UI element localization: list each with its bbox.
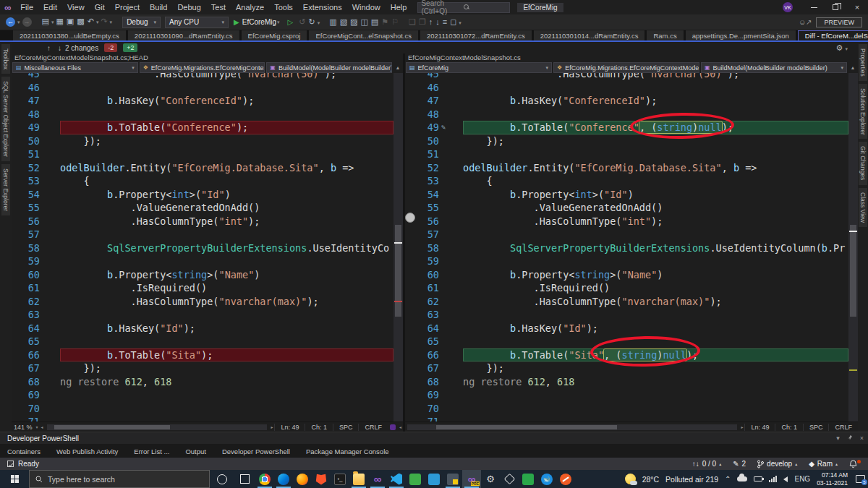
vs-installer-icon[interactable] [425,470,443,488]
vs-preview-icon[interactable]: ∞ [462,470,481,488]
left-project-dropdown[interactable]: ▤Miscellaneous Files▾ [12,62,138,73]
platform-dropdown[interactable]: Any CPU▾ [165,17,229,28]
scroll-left-icon[interactable]: ◂ [40,424,45,429]
scrollbar-thumb[interactable] [395,225,401,317]
find-symbol-icon[interactable]: ▤ [371,17,378,26]
side-tab-properties[interactable]: Properties [859,44,867,81]
left-type-dropdown[interactable]: ❖EfCoreMig.Migrations.EfCoreMigContextMo… [140,62,265,73]
scroll-right-icon[interactable]: ▸ [269,424,274,429]
move-down-icon[interactable]: ↓ [435,17,440,26]
save-icon[interactable]: ▣ [67,17,74,25]
tab-2021110301072---dramentity-cs[interactable]: 2021110301072...dRamEntity.cs [420,30,532,40]
pending-edits-button[interactable]: ✎2 [733,460,746,468]
left-horizontal-scrollbar[interactable] [47,424,268,430]
menu-analyze[interactable]: Analyze [231,3,269,12]
right-editor[interactable]: 45 .HasColumnType("nvarchar(50)");4647 b… [405,73,858,421]
scrollbar-thumb[interactable] [850,225,856,317]
menu-window[interactable]: Window [347,3,386,12]
teams-icon[interactable] [519,470,537,488]
scrollbar-thumb[interactable] [54,425,170,429]
panel-tab-package-manager-console[interactable]: Package Manager Console [306,448,389,455]
side-tab-class-view[interactable]: Class View [859,188,867,227]
configuration-dropdown[interactable]: Debug▾ [122,17,161,28]
menu-test[interactable]: Test [206,3,231,12]
restart-icon[interactable]: ↻ [309,17,315,26]
tab-appsettings-de---pmentsita-json[interactable]: appsettings.De...pmentSita.json [686,30,796,40]
panel-pin-icon[interactable] [847,435,853,442]
run-button[interactable]: ▶ EfCoreMig ▾ [234,18,280,26]
menu-tools[interactable]: Tools [269,3,298,12]
right-vertical-scrollbar[interactable] [848,73,858,421]
right-project-dropdown[interactable]: ▤EfCoreMig▾ [406,62,552,73]
visual-studio-icon[interactable]: ∞ [368,470,387,488]
menu-project[interactable]: Project [110,3,145,12]
tab-efcoremig-csproj[interactable]: EfCoreMig.csproj [242,30,307,40]
minimize-button[interactable] [803,0,825,14]
tab-2021110301014---dramentity-cs[interactable]: 2021110301014...dRamEntity.cs [534,30,645,40]
panel-tab-web-publish-activity[interactable]: Web Publish Activity [56,448,118,455]
network-signal-icon[interactable] [769,476,777,482]
repository-button[interactable]: ◆Ram▴ [809,460,838,468]
preview-button[interactable]: PREVIEW [816,17,862,27]
breakpoint-icon[interactable]: ◫ [360,17,367,26]
redo-caret-icon[interactable]: ▾ [110,20,113,25]
editor-layout-icon[interactable]: ▧ [340,17,347,26]
previous-change-icon[interactable]: ↑ [47,44,51,52]
more-options-caret-icon[interactable]: ▾ [459,20,461,25]
tab-ram-cs[interactable]: Ram.cs [647,30,683,40]
scroll-right-icon[interactable]: ▸ [739,424,744,429]
file-explorer-icon[interactable] [349,470,368,488]
zoom-level[interactable]: 141 % [12,424,35,431]
splitter-handle[interactable] [405,213,415,223]
bookmark-icon[interactable]: ⚑ [381,17,388,26]
tab-2021110301090---dramentity-cs[interactable]: 2021110301090...dRamEntity.cs [128,30,239,40]
tab-efcoremigcont---elsnapshot-cs[interactable]: EfCoreMigCont...elSnapshot.cs [309,30,418,40]
uncomment-icon[interactable]: ❐ [419,17,426,26]
terminal-icon[interactable]: ›_ [331,470,349,488]
language-indicator[interactable]: ENG [794,475,810,483]
step-into-icon[interactable]: ▨ [350,17,357,26]
undo-caret-icon[interactable]: ▾ [96,20,99,25]
side-tab-sql-server-object-explorer[interactable]: SQL Server Object Explorer [1,77,10,161]
battery-icon[interactable] [754,476,762,481]
restore-button[interactable] [825,0,846,14]
menu-view[interactable]: View [62,3,90,12]
branch-button[interactable]: develop▴ [757,460,797,468]
right-horizontal-scrollbar[interactable] [407,424,737,430]
weather-icon[interactable] [625,474,636,484]
weather-label[interactable]: Polluted air 219 [665,475,718,484]
search-input[interactable]: Search (Ctrl+Q) [417,2,510,13]
services-gears-icon[interactable]: ⚙ [481,470,500,488]
postman-icon[interactable] [556,470,575,488]
run-without-debug-icon[interactable]: ▷ [288,18,294,26]
tab-diff-active[interactable]: Diff - EfCoreM...delSnapshot.cs × [798,30,868,40]
edge-icon[interactable] [274,470,293,488]
nav-back-caret-icon[interactable]: ▾ [17,20,20,25]
zoom-caret-icon[interactable]: ▾ [35,424,40,429]
menu-extensions[interactable]: Extensions [298,3,347,12]
comment-icon[interactable]: ❏ [409,17,416,26]
green-document-icon[interactable] [406,470,425,488]
move-up-icon[interactable]: ↑ [429,17,433,26]
menu-edit[interactable]: Edit [38,3,62,12]
close-button[interactable]: × [846,0,868,14]
side-tab-toolbox[interactable]: Toolbox [1,44,10,74]
tray-expand-chevron-icon[interactable]: ⌃ [725,475,731,483]
panel-tab-output[interactable]: Output [185,448,206,455]
sync-commits-button[interactable]: ↑↓0 / 0▴ [692,460,721,468]
cortana-icon[interactable] [217,474,227,484]
task-view-icon[interactable] [240,474,250,484]
panel-tab-error-list----[interactable]: Error List ... [134,448,169,455]
nav-forward-icon[interactable]: → [22,17,32,27]
diff-settings-gear-icon[interactable]: ⚙ ▾ [836,43,848,53]
weather-temp[interactable]: 28°C [642,475,659,484]
undo-icon[interactable]: ↶ [88,17,94,25]
firefox-icon[interactable] [293,470,312,488]
geforce-icon[interactable] [500,470,519,488]
panel-tab-containers[interactable]: Containers [7,448,41,455]
vscode-icon[interactable] [387,470,406,488]
redo-icon[interactable]: ↷ [101,17,107,25]
taskbar-search-input[interactable]: Type here to search [29,470,210,488]
side-tab-git-changes[interactable]: Git Changes [859,142,867,184]
panel-dropdown-caret-icon[interactable]: ▾ [836,435,840,442]
